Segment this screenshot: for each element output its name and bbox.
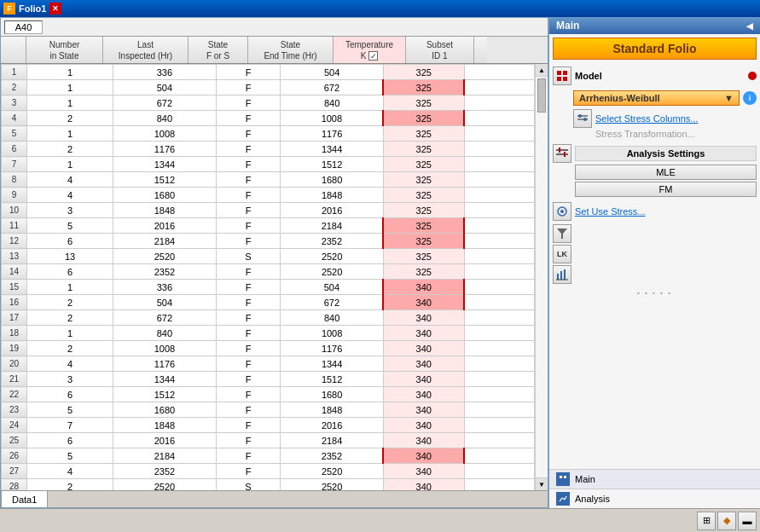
last-inspected-cell[interactable]: 1680 <box>113 402 216 418</box>
table-row[interactable]: 162504F672340 <box>2 295 535 310</box>
number-in-state-cell[interactable]: 5 <box>27 402 113 418</box>
state-cell[interactable]: F <box>216 111 281 126</box>
state-end-time-cell[interactable]: 672 <box>281 80 383 95</box>
state-end-time-cell[interactable]: 2184 <box>281 433 383 448</box>
subset-cell[interactable] <box>464 280 534 295</box>
state-cell[interactable]: F <box>216 264 281 280</box>
last-inspected-cell[interactable]: 2352 <box>113 464 216 479</box>
temperature-cell[interactable]: 325 <box>383 172 464 188</box>
subset-cell[interactable] <box>464 218 534 234</box>
number-in-state-cell[interactable]: 2 <box>27 142 113 157</box>
state-cell[interactable]: F <box>216 464 281 479</box>
temperature-cell[interactable]: 340 <box>383 280 464 295</box>
state-end-time-cell[interactable]: 1008 <box>281 326 383 341</box>
subset-cell[interactable] <box>464 157 534 172</box>
subset-cell[interactable] <box>464 111 534 126</box>
subset-cell[interactable] <box>464 448 534 464</box>
table-row[interactable]: 181840F1008340 <box>2 326 535 341</box>
subset-cell[interactable] <box>464 188 534 203</box>
subset-cell[interactable] <box>464 402 534 418</box>
state-end-time-cell[interactable]: 1344 <box>281 142 383 157</box>
state-end-time-cell[interactable]: 2520 <box>281 464 383 479</box>
vertical-scrollbar[interactable]: ▲ ▼ <box>535 64 548 490</box>
state-cell[interactable]: F <box>216 356 281 372</box>
number-in-state-cell[interactable]: 1 <box>27 126 113 142</box>
state-end-time-cell[interactable]: 1512 <box>281 372 383 387</box>
temperature-cell[interactable]: 325 <box>383 80 464 95</box>
last-inspected-cell[interactable]: 1848 <box>113 418 216 433</box>
subset-cell[interactable] <box>464 80 534 95</box>
temperature-cell[interactable]: 325 <box>383 218 464 234</box>
state-cell[interactable]: F <box>216 418 281 433</box>
state-cell[interactable]: F <box>216 433 281 448</box>
state-end-time-cell[interactable]: 1680 <box>281 172 383 188</box>
last-inspected-cell[interactable]: 1176 <box>113 356 216 372</box>
temperature-cell[interactable]: 325 <box>383 126 464 142</box>
table-row[interactable]: 11336F504325 <box>2 65 535 80</box>
state-cell[interactable]: F <box>216 448 281 464</box>
subset-cell[interactable] <box>464 203 534 218</box>
state-end-time-cell[interactable]: 840 <box>281 310 383 326</box>
subset-cell[interactable] <box>464 65 534 80</box>
table-row[interactable]: 1031848F2016325 <box>2 203 535 218</box>
temperature-cell[interactable]: 325 <box>383 249 464 264</box>
subset-cell[interactable] <box>464 372 534 387</box>
temperature-cell[interactable]: 325 <box>383 95 464 111</box>
temperature-cell[interactable]: 340 <box>383 464 464 479</box>
table-row[interactable]: 1262184F2352325 <box>2 234 535 249</box>
temperature-cell[interactable]: 340 <box>383 418 464 433</box>
temperature-cell[interactable]: 340 <box>383 479 464 491</box>
toolbar-diamond-button[interactable]: ◆ <box>717 512 736 530</box>
table-row[interactable]: 172672F840340 <box>2 310 535 326</box>
state-cell[interactable]: F <box>216 126 281 142</box>
table-row[interactable]: 151336F504340 <box>2 280 535 295</box>
subset-cell[interactable] <box>464 234 534 249</box>
state-cell[interactable]: F <box>216 326 281 341</box>
fm-button[interactable]: FM <box>575 182 757 197</box>
model-dropdown[interactable]: Arrhenius-Weibull ▼ <box>573 90 740 106</box>
number-in-state-cell[interactable]: 2 <box>27 341 113 356</box>
subset-cell[interactable] <box>464 479 534 491</box>
number-in-state-cell[interactable]: 5 <box>27 218 113 234</box>
subset-cell[interactable] <box>464 310 534 326</box>
state-cell[interactable]: F <box>216 218 281 234</box>
number-in-state-cell[interactable]: 6 <box>27 387 113 402</box>
toolbar-grid-button[interactable]: ⊞ <box>697 512 716 530</box>
table-row[interactable]: 2471848F2016340 <box>2 418 535 433</box>
table-row[interactable]: 1152016F2184325 <box>2 218 535 234</box>
state-cell[interactable]: F <box>216 341 281 356</box>
last-inspected-cell[interactable]: 1008 <box>113 126 216 142</box>
subset-cell[interactable] <box>464 341 534 356</box>
state-end-time-cell[interactable]: 1512 <box>281 157 383 172</box>
table-row[interactable]: 2652184F2352340 <box>2 448 535 464</box>
subset-cell[interactable] <box>464 126 534 142</box>
number-in-state-cell[interactable]: 1 <box>27 95 113 111</box>
temperature-cell[interactable]: 325 <box>383 142 464 157</box>
toolbar-minus-button[interactable]: ▬ <box>738 512 757 530</box>
scroll-up-button[interactable]: ▲ <box>536 64 548 77</box>
state-end-time-cell[interactable]: 2016 <box>281 418 383 433</box>
temperature-cell[interactable]: 340 <box>383 295 464 310</box>
temperature-cell[interactable]: 325 <box>383 157 464 172</box>
state-end-time-cell[interactable]: 1008 <box>281 111 383 126</box>
state-cell[interactable]: F <box>216 402 281 418</box>
table-row[interactable]: 941680F1848325 <box>2 188 535 203</box>
subset-cell[interactable] <box>464 356 534 372</box>
last-inspected-cell[interactable]: 1848 <box>113 203 216 218</box>
number-in-state-cell[interactable]: 6 <box>27 433 113 448</box>
table-row[interactable]: 841512F1680325 <box>2 172 535 188</box>
table-row[interactable]: 621176F1344325 <box>2 142 535 157</box>
table-row[interactable]: 13132520S2520325 <box>2 249 535 264</box>
temperature-cell[interactable]: 340 <box>383 372 464 387</box>
state-cell[interactable]: F <box>216 372 281 387</box>
subset-cell[interactable] <box>464 295 534 310</box>
subset-cell[interactable] <box>464 433 534 448</box>
number-in-state-cell[interactable]: 4 <box>27 188 113 203</box>
number-in-state-cell[interactable]: 2 <box>27 295 113 310</box>
state-end-time-cell[interactable]: 2520 <box>281 479 383 491</box>
set-use-stress-link[interactable]: Set Use Stress... <box>575 206 646 217</box>
number-in-state-cell[interactable]: 4 <box>27 464 113 479</box>
last-inspected-cell[interactable]: 840 <box>113 111 216 126</box>
state-end-time-cell[interactable]: 2520 <box>281 264 383 280</box>
last-inspected-cell[interactable]: 1176 <box>113 142 216 157</box>
